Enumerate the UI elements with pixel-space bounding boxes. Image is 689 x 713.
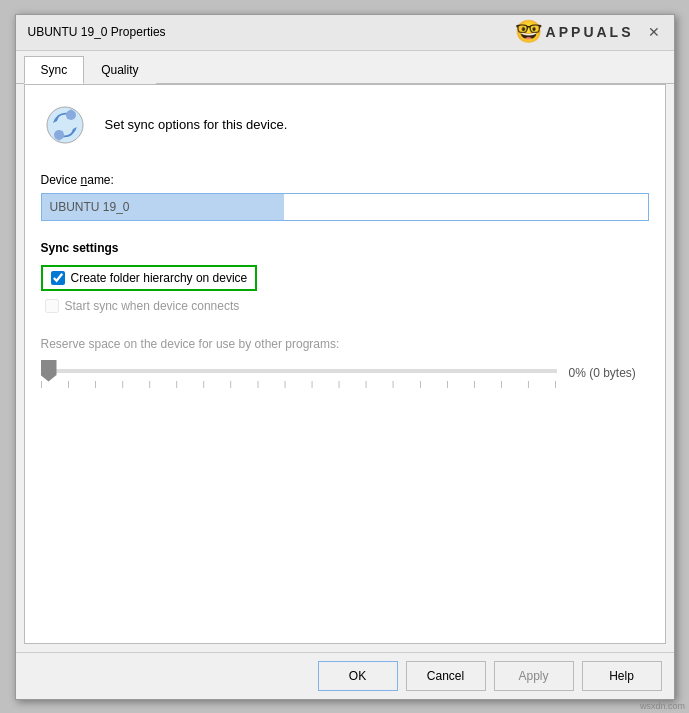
header-text: Set sync options for this device. <box>105 117 288 132</box>
brand-text: APPUALS <box>546 24 634 40</box>
help-button[interactable]: Help <box>582 661 662 691</box>
ok-button[interactable]: OK <box>318 661 398 691</box>
header-section: Set sync options for this device. <box>41 101 649 149</box>
create-folder-checkbox[interactable] <box>51 271 65 285</box>
device-name-label: Device name: <box>41 173 649 187</box>
svg-point-2 <box>54 130 64 140</box>
start-sync-checkbox[interactable] <box>45 299 59 313</box>
slider-value: 0% (0 bytes) <box>569 366 649 380</box>
reserve-label: Reserve space on the device for use by o… <box>41 337 649 351</box>
sync-settings-label: Sync settings <box>41 241 649 255</box>
device-name-input[interactable] <box>41 193 649 221</box>
title-bar: UBUNTU 19_0 Properties 🤓 APPUALS ✕ <box>16 15 674 51</box>
brand-icon: 🤓 <box>515 19 542 45</box>
tab-bar: Sync Quality <box>16 51 674 84</box>
watermark: wsxdn.com <box>640 701 685 711</box>
sync-icon <box>41 101 89 149</box>
brand-area: 🤓 APPUALS <box>515 19 634 45</box>
close-button[interactable]: ✕ <box>642 20 666 44</box>
checkbox-row-start-sync: Start sync when device connects <box>45 299 649 313</box>
window-title: UBUNTU 19_0 Properties <box>28 25 166 39</box>
svg-point-1 <box>66 110 76 120</box>
cancel-button[interactable]: Cancel <box>406 661 486 691</box>
tab-quality[interactable]: Quality <box>84 56 155 84</box>
reserve-section: Reserve space on the device for use by o… <box>41 337 649 388</box>
checkbox-highlighted-box: Create folder hierarchy on device <box>41 265 258 291</box>
tab-sync[interactable]: Sync <box>24 56 85 84</box>
reserve-space-slider[interactable] <box>41 369 557 373</box>
apply-button[interactable]: Apply <box>494 661 574 691</box>
start-sync-label: Start sync when device connects <box>65 299 240 313</box>
svg-point-0 <box>47 107 83 143</box>
button-bar: OK Cancel Apply Help <box>16 652 674 699</box>
create-folder-label: Create folder hierarchy on device <box>71 271 248 285</box>
slider-row: | | | | | | | | | | | | | | | <box>41 359 649 388</box>
properties-window: UBUNTU 19_0 Properties 🤓 APPUALS ✕ Sync … <box>15 14 675 700</box>
slider-container: | | | | | | | | | | | | | | | <box>41 359 557 388</box>
checkbox-row-create-folder: Create folder hierarchy on device <box>41 265 649 291</box>
device-name-section: Device name: <box>41 173 649 221</box>
tab-content: Set sync options for this device. Device… <box>24 84 666 644</box>
